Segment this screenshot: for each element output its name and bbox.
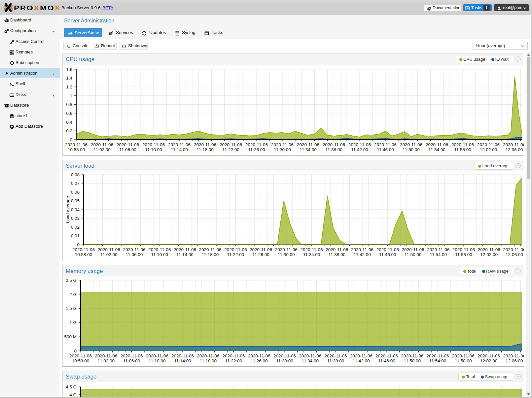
svg-text:11:10:00: 11:10:00	[145, 147, 162, 152]
svg-text:0.01: 0.01	[71, 233, 80, 238]
svg-text:2020-11-06: 2020-11-06	[168, 142, 191, 147]
svg-text:2020-11-06: 2020-11-06	[95, 353, 117, 358]
svg-text:2020-11-06: 2020-11-06	[271, 142, 294, 147]
svg-text:11:46:00: 11:46:00	[378, 358, 395, 363]
svg-text:2020-11-06: 2020-11-06	[348, 142, 371, 147]
svg-text:2020-11-06: 2020-11-06	[299, 353, 321, 358]
svg-text:Load average: Load average	[65, 196, 70, 223]
svg-text:11:26:00: 11:26:00	[251, 358, 268, 363]
svg-text:11:18:00: 11:18:00	[196, 147, 214, 152]
svg-text:10:58:00: 10:58:00	[72, 358, 89, 363]
svg-text:2020-11-06: 2020-11-06	[351, 247, 373, 252]
svg-text:11:26:00: 11:26:00	[252, 252, 269, 257]
svg-text:2020-11-06: 2020-11-06	[452, 353, 475, 358]
svg-text:11:22:00: 11:22:00	[222, 147, 239, 152]
svg-text:0.08: 0.08	[71, 172, 80, 177]
svg-text:2020-11-06: 2020-11-06	[199, 247, 222, 252]
svg-text:11:50:00: 11:50:00	[405, 252, 422, 257]
svg-text:10:58:00: 10:58:00	[75, 252, 92, 257]
svg-text:2020-11-06: 2020-11-06	[375, 353, 398, 358]
svg-text:11:30:00: 11:30:00	[278, 252, 295, 257]
svg-text:2020-11-06: 2020-11-06	[297, 142, 319, 147]
svg-text:2020-11-06: 2020-11-06	[245, 142, 268, 147]
svg-text:2020-11-06: 2020-11-06	[69, 353, 92, 358]
svg-text:0.04: 0.04	[71, 207, 80, 212]
svg-text:0.6: 0.6	[66, 111, 72, 116]
svg-text:11:18:00: 11:18:00	[199, 358, 217, 363]
svg-text:2020-11-06: 2020-11-06	[400, 142, 422, 147]
svg-text:2020-11-06: 2020-11-06	[478, 353, 500, 358]
svg-text:2020-11-06: 2020-11-06	[326, 247, 348, 252]
svg-text:2020-11-06: 2020-11-06	[98, 247, 120, 252]
svg-text:11:22:00: 11:22:00	[227, 252, 244, 257]
svg-text:0.07: 0.07	[71, 181, 80, 186]
svg-text:2020-11-06: 2020-11-06	[503, 353, 524, 358]
svg-text:2020-11-06: 2020-11-06	[91, 142, 113, 147]
svg-text:1: 1	[70, 93, 72, 98]
svg-text:11:38:00: 11:38:00	[325, 147, 342, 152]
svg-text:11:10:00: 11:10:00	[149, 358, 166, 363]
svg-text:0: 0	[74, 348, 77, 353]
svg-text:2020-11-06: 2020-11-06	[503, 142, 524, 147]
svg-text:1.6: 1.6	[66, 67, 72, 72]
svg-text:2020-11-06: 2020-11-06	[426, 142, 448, 147]
svg-text:11:54:00: 11:54:00	[429, 358, 446, 363]
svg-text:11:02:00: 11:02:00	[93, 147, 111, 152]
svg-text:1.5 G: 1.5 G	[66, 306, 77, 311]
svg-text:2020-11-06: 2020-11-06	[426, 353, 449, 358]
svg-text:11:14:00: 11:14:00	[176, 252, 194, 257]
svg-text:11:10:00: 11:10:00	[151, 252, 168, 257]
svg-text:1 G: 1 G	[69, 320, 77, 325]
svg-text:11:42:00: 11:42:00	[353, 358, 370, 363]
svg-text:11:50:00: 11:50:00	[404, 358, 421, 363]
svg-text:11:02:00: 11:02:00	[97, 358, 115, 363]
svg-text:11:34:00: 11:34:00	[301, 358, 319, 363]
svg-text:0.06: 0.06	[71, 190, 80, 195]
svg-text:2020-11-06: 2020-11-06	[301, 247, 323, 252]
svg-text:11:50:00: 11:50:00	[403, 147, 420, 152]
svg-text:2020-11-06: 2020-11-06	[451, 142, 474, 147]
svg-text:2020-11-06: 2020-11-06	[376, 247, 399, 252]
svg-text:0.2: 0.2	[66, 128, 72, 133]
svg-text:11:30:00: 11:30:00	[274, 147, 291, 152]
svg-text:10:58:00: 10:58:00	[68, 147, 85, 152]
svg-text:11:46:00: 11:46:00	[377, 147, 394, 152]
svg-text:2020-11-06: 2020-11-06	[72, 247, 95, 252]
svg-text:2020-11-06: 2020-11-06	[146, 353, 168, 358]
svg-text:11:14:00: 11:14:00	[174, 358, 191, 363]
svg-text:11:42:00: 11:42:00	[351, 147, 368, 152]
svg-text:2020-11-06: 2020-11-06	[503, 247, 524, 252]
svg-text:2020-11-06: 2020-11-06	[275, 247, 298, 252]
svg-text:12:02:00: 12:02:00	[480, 358, 498, 363]
svg-text:2020-11-06: 2020-11-06	[222, 353, 245, 358]
svg-text:2020-11-06: 2020-11-06	[273, 353, 296, 358]
svg-text:11:18:00: 11:18:00	[202, 252, 219, 257]
svg-text:12:06:00: 12:06:00	[506, 358, 523, 363]
svg-text:2020-11-06: 2020-11-06	[174, 247, 196, 252]
svg-text:11:46:00: 11:46:00	[379, 252, 396, 257]
svg-text:2020-11-06: 2020-11-06	[452, 247, 475, 252]
svg-text:11:30:00: 11:30:00	[276, 358, 293, 363]
svg-text:2020-11-06: 2020-11-06	[194, 142, 216, 147]
svg-text:2 G: 2 G	[69, 292, 77, 297]
svg-text:11:38:00: 11:38:00	[327, 358, 344, 363]
svg-text:11:38:00: 11:38:00	[329, 252, 346, 257]
svg-text:2020-11-06: 2020-11-06	[142, 142, 165, 147]
svg-text:0.03: 0.03	[71, 216, 80, 221]
svg-text:2020-11-06: 2020-11-06	[224, 247, 247, 252]
svg-text:2020-11-06: 2020-11-06	[65, 142, 88, 147]
svg-text:1.4: 1.4	[66, 76, 72, 81]
svg-text:12:02:00: 12:02:00	[480, 252, 498, 257]
svg-text:2020-11-06: 2020-11-06	[120, 353, 143, 358]
svg-text:4.5 G: 4.5 G	[66, 384, 77, 389]
svg-text:2020-11-06: 2020-11-06	[374, 142, 397, 147]
svg-text:2020-11-06: 2020-11-06	[171, 353, 194, 358]
svg-text:0.8: 0.8	[66, 102, 72, 107]
svg-text:0: 0	[70, 137, 72, 142]
svg-text:2020-11-06: 2020-11-06	[250, 247, 272, 252]
svg-text:11:06:00: 11:06:00	[119, 147, 136, 152]
svg-text:11:26:00: 11:26:00	[248, 147, 265, 152]
svg-text:11:58:00: 11:58:00	[454, 147, 471, 152]
svg-text:2020-11-06: 2020-11-06	[123, 247, 145, 252]
svg-text:2020-11-06: 2020-11-06	[197, 353, 219, 358]
